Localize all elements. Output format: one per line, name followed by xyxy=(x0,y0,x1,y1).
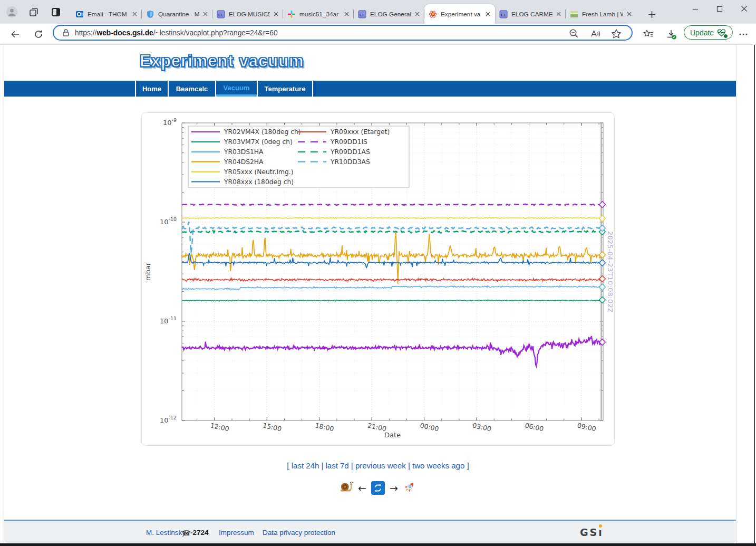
browser-health-icon xyxy=(716,27,726,37)
bracket-close: ] xyxy=(464,461,469,470)
svg-text:YR10DD3AS: YR10DD3AS xyxy=(330,158,370,166)
browser-window: Email - THOMQuarantine - MELELOG MUSIC5m… xyxy=(0,0,756,546)
footer-phone-number: -2724 xyxy=(190,529,209,537)
tab-title: ELOG MUSIC5 xyxy=(229,11,270,18)
update-button[interactable]: Update xyxy=(684,25,733,40)
tab-actions-icon[interactable] xyxy=(50,6,62,18)
browser-tab[interactable]: Email - THOM xyxy=(71,4,142,24)
page-title: Experiment vacuum xyxy=(140,52,304,71)
tab-strip: Email - THOMQuarantine - MELELOG MUSIC5m… xyxy=(0,0,756,24)
shield-icon xyxy=(146,10,154,18)
collections-icon[interactable] xyxy=(27,6,40,18)
svg-text:Date: Date xyxy=(384,431,401,439)
tab-close-icon[interactable] xyxy=(272,9,280,18)
atom-icon xyxy=(429,10,437,18)
nav-spacer-left xyxy=(4,81,135,97)
tab-close-icon[interactable] xyxy=(483,9,492,18)
back-button[interactable] xyxy=(8,27,22,41)
tab-title: ELOG CARME xyxy=(511,11,553,18)
tab-close-icon[interactable] xyxy=(413,9,422,18)
slack-icon xyxy=(287,10,296,18)
speed-refresh-controls: ← → xyxy=(0,480,756,496)
range-link[interactable]: last 24h xyxy=(292,461,319,470)
nav-tab-vacuum[interactable]: Vacuum xyxy=(216,81,257,97)
rocket-icon xyxy=(403,481,416,496)
svg-text:mbar: mbar xyxy=(144,262,152,281)
range-link[interactable]: two weeks ago xyxy=(412,461,464,470)
svg-text:YR09DD1IS: YR09DD1IS xyxy=(330,138,367,146)
tab-title: music51_34ar xyxy=(299,11,341,18)
read-aloud-icon[interactable] xyxy=(589,28,601,40)
lock-icon[interactable] xyxy=(61,28,71,37)
browser-tab[interactable]: ELELOG General xyxy=(354,4,424,24)
favorite-star-icon[interactable] xyxy=(610,28,622,40)
photo-icon xyxy=(570,10,578,18)
window-right-border xyxy=(754,45,755,546)
taskbar-edge xyxy=(0,543,756,546)
tab-title: Experiment va xyxy=(441,11,482,18)
web-page: Experiment vacuum HomeBeamcalcVacuumTemp… xyxy=(4,45,736,543)
browser-tab[interactable]: music51_34ar xyxy=(283,4,354,24)
svg-text:YR04DS2HA: YR04DS2HA xyxy=(224,158,264,166)
svg-text:EL: EL xyxy=(218,12,224,17)
svg-text:18:00: 18:00 xyxy=(314,422,334,433)
svg-text:EL: EL xyxy=(501,12,506,17)
footer-privacy-link[interactable]: Data privacy protection xyxy=(263,529,335,537)
minimize-icon[interactable] xyxy=(683,0,707,17)
browser-tab[interactable]: ELELOG MUSIC5 xyxy=(212,4,283,24)
svg-text:10-12: 10-12 xyxy=(160,415,177,424)
tab-title: ELOG General xyxy=(370,11,411,18)
elog-icon: EL xyxy=(358,10,366,18)
new-tab-button[interactable] xyxy=(645,8,658,21)
url-text[interactable]: https://web-docs.gsi.de/~lestinsk/vacplo… xyxy=(75,29,278,37)
nav-spacer-right xyxy=(313,81,736,97)
svg-text:YR09xxx (Etarget): YR09xxx (Etarget) xyxy=(330,128,390,136)
browser-tab[interactable]: ELELOG CARME xyxy=(495,4,566,24)
elog-icon: EL xyxy=(499,10,508,18)
page-footer: M. Lestinsky ☎ -2724 Impressum Data priv… xyxy=(4,521,736,543)
settings-more-icon[interactable] xyxy=(736,27,750,41)
time-range-links: [ last 24h | last 7d | previous week | t… xyxy=(0,461,756,470)
nav-tab-home[interactable]: Home xyxy=(136,81,168,97)
nav-tab-temperature[interactable]: Temperature xyxy=(258,81,312,97)
browser-tab[interactable]: Fresh Lamb | W xyxy=(566,4,636,24)
address-bar[interactable]: https://web-docs.gsi.de/~lestinsk/vacplo… xyxy=(53,25,633,41)
tab-close-icon[interactable] xyxy=(130,9,139,18)
profile-avatar-icon[interactable] xyxy=(6,6,18,18)
browser-tab[interactable]: Quarantine - M xyxy=(142,4,212,24)
refresh-button[interactable] xyxy=(32,27,45,41)
range-link[interactable]: previous week xyxy=(355,461,406,470)
browser-tab-active[interactable]: Experiment va xyxy=(424,4,495,24)
snail-icon xyxy=(340,481,353,495)
footer-author-link[interactable]: M. Lestinsky xyxy=(146,529,186,537)
svg-text:09:00: 09:00 xyxy=(577,422,597,433)
close-window-icon[interactable] xyxy=(732,0,756,17)
tab-close-icon[interactable] xyxy=(554,9,563,18)
maximize-icon[interactable] xyxy=(707,0,732,17)
tab-title: Quarantine - M xyxy=(158,11,199,18)
downloads-icon[interactable] xyxy=(664,27,678,41)
vacuum-pressure-chart: 12:0015:0018:0021:0000:0003:0006:0009:00… xyxy=(142,113,614,447)
tab-close-icon[interactable] xyxy=(625,9,634,18)
svg-text:YR08xxx (180deg ch): YR08xxx (180deg ch) xyxy=(224,178,294,186)
left-arrow: ← xyxy=(358,482,366,494)
url-host: web-docs.gsi.de xyxy=(96,29,153,37)
range-link[interactable]: last 7d xyxy=(325,461,348,470)
tab-close-icon[interactable] xyxy=(201,9,210,18)
footer-impressum-link[interactable]: Impressum xyxy=(219,529,254,537)
elog-icon: EL xyxy=(217,10,225,18)
svg-text:06:00: 06:00 xyxy=(524,422,544,433)
svg-text:YR05xxx (Neutr.Img.): YR05xxx (Neutr.Img.) xyxy=(224,168,294,176)
bracket-open: [ xyxy=(287,461,291,470)
svg-text:EL: EL xyxy=(360,12,365,17)
tab-strip-tabs: Email - THOMQuarantine - MELELOG MUSIC5m… xyxy=(71,4,636,24)
svg-text:YR09DD1AS: YR09DD1AS xyxy=(330,148,370,156)
nav-tab-beamcalc[interactable]: Beamcalc xyxy=(169,81,215,97)
tab-close-icon[interactable] xyxy=(342,9,351,18)
svg-text:YR02VM4X (180deg ch): YR02VM4X (180deg ch) xyxy=(224,128,301,136)
zoom-out-icon[interactable] xyxy=(568,28,580,40)
favorites-hub-icon[interactable] xyxy=(642,27,655,41)
refresh-cycle-icon[interactable] xyxy=(371,481,385,495)
svg-text:10-10: 10-10 xyxy=(160,216,177,226)
svg-text:12:00: 12:00 xyxy=(210,422,230,433)
